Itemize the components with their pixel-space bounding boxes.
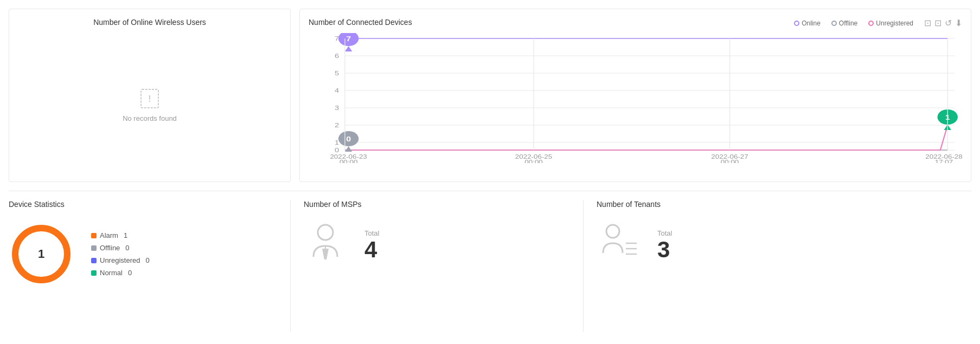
legend-unregistered-label: Unregistered <box>876 20 913 27</box>
unregistered-circle <box>868 21 874 26</box>
msps-panel: Number of MSPs Total 4 <box>291 200 584 332</box>
bottom-row: Device Statistics 1 Alarm 1 <box>9 191 971 332</box>
toolbar-btn-1[interactable]: ⊡ <box>924 18 931 28</box>
alarm-square <box>91 233 97 238</box>
tenants-title: Number of Tenants <box>597 200 971 209</box>
tenants-panel: Number of Tenants Total 3 <box>584 200 971 332</box>
normal-square <box>91 270 97 276</box>
svg-text:6: 6 <box>335 53 339 60</box>
tenants-total-label: Total <box>657 229 672 237</box>
svg-text:1: 1 <box>335 139 339 146</box>
msps-total-block: Total 4 <box>364 229 379 262</box>
tenants-total-block: Total 3 <box>657 229 672 262</box>
unregistered-line <box>345 125 947 150</box>
legend-offline-label: Offline <box>839 20 857 27</box>
device-legend: Alarm 1 Offline 0 Unregistered 0 <box>91 231 150 277</box>
msps-title: Number of MSPs <box>304 200 570 209</box>
connected-panel: Number of Connected Devices Online Offli… <box>299 9 971 182</box>
unregistered-stat-label: Unregistered <box>100 256 140 264</box>
legend-alarm: Alarm 1 <box>91 231 150 239</box>
chart-toolbar: ⊡ ⊡ ↺ ⬇ <box>924 18 962 28</box>
donut-chart: 1 <box>9 222 74 287</box>
svg-text:17:07: 17:07 <box>935 159 953 163</box>
legend-online: Online <box>794 20 821 27</box>
normal-stat-value: 0 <box>128 269 132 277</box>
alarm-label: Alarm <box>100 231 118 239</box>
device-stats-panel: Device Statistics 1 Alarm 1 <box>9 200 291 332</box>
device-stats-title: Device Statistics <box>9 200 277 209</box>
svg-text:00:00: 00:00 <box>340 159 358 163</box>
svg-text:4: 4 <box>335 87 339 94</box>
offline-stat-value: 0 <box>125 244 129 252</box>
dashboard: Number of Online Wireless Users ! No rec… <box>0 0 980 344</box>
svg-text:5: 5 <box>335 70 339 77</box>
msps-total-value: 4 <box>364 237 377 262</box>
toolbar-btn-refresh[interactable]: ↺ <box>945 18 952 28</box>
legend-offline: Offline <box>831 20 857 27</box>
svg-text:0: 0 <box>346 135 351 143</box>
legend-online-label: Online <box>802 20 821 27</box>
offline-circle <box>831 21 837 26</box>
top-row: Number of Online Wireless Users ! No rec… <box>9 9 971 182</box>
svg-text:00:00: 00:00 <box>721 159 739 163</box>
device-content: 1 Alarm 1 Offline 0 <box>9 222 277 287</box>
svg-text:7: 7 <box>346 35 351 43</box>
svg-text:2: 2 <box>335 122 339 129</box>
legend-unregistered: Unregistered <box>868 20 913 27</box>
toolbar-btn-2[interactable]: ⊡ <box>934 18 941 28</box>
no-records-area: ! No records found <box>123 33 177 173</box>
no-records-text: No records found <box>123 114 177 122</box>
wireless-panel: Number of Online Wireless Users ! No rec… <box>9 9 291 182</box>
unregistered-square <box>91 258 97 263</box>
tenants-content: Total 3 <box>597 222 971 270</box>
svg-text:3: 3 <box>335 105 339 112</box>
online-circle <box>794 21 799 26</box>
tenants-person-icon <box>597 222 640 270</box>
wireless-title: Number of Online Wireless Users <box>93 18 206 27</box>
svg-text:!: ! <box>148 94 151 103</box>
svg-point-43 <box>606 225 619 238</box>
legend-normal-stat: Normal 0 <box>91 269 150 277</box>
normal-stat-label: Normal <box>100 269 123 277</box>
pin-0: 0 <box>338 131 358 152</box>
legend-offline-stat: Offline 0 <box>91 244 150 252</box>
donut-center-value: 1 <box>38 247 44 261</box>
chart-area: 7 6 5 4 3 2 1 0 <box>309 33 962 173</box>
svg-marker-23 <box>345 146 352 152</box>
svg-text:00:00: 00:00 <box>524 159 543 163</box>
offline-square <box>91 245 97 251</box>
offline-stat-label: Offline <box>100 244 120 252</box>
svg-marker-20 <box>345 46 352 51</box>
svg-marker-42 <box>322 249 329 259</box>
unregistered-stat-value: 0 <box>145 256 149 264</box>
legend-unregistered-stat: Unregistered 0 <box>91 256 150 264</box>
connected-title: Number of Connected Devices <box>309 18 412 27</box>
no-records-icon: ! <box>137 84 163 110</box>
msps-total-label: Total <box>364 229 379 237</box>
chart-legend: Online Offline Unregistered <box>794 20 913 27</box>
alarm-value: 1 <box>124 231 127 239</box>
svg-text:0: 0 <box>335 147 339 154</box>
chart-svg: 7 6 5 4 3 2 1 0 <box>309 33 962 163</box>
msps-content: Total 4 <box>304 222 570 270</box>
toolbar-btn-download[interactable]: ⬇ <box>955 18 962 28</box>
msp-person-icon <box>304 222 347 270</box>
pin-7: 7 <box>338 33 358 51</box>
tenants-total-value: 3 <box>657 237 670 262</box>
svg-point-40 <box>318 225 333 240</box>
